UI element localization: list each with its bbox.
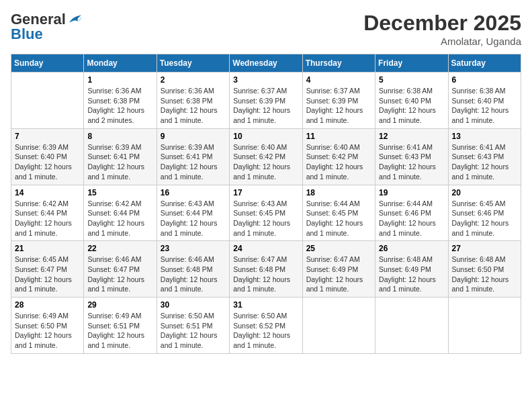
day-number: 23 [161, 244, 226, 253]
day-info: Sunrise: 6:45 AMSunset: 6:46 PMDaylight:… [452, 199, 509, 237]
calendar-cell: 5 Sunrise: 6:38 AMSunset: 6:40 PMDayligh… [375, 73, 448, 129]
day-number: 31 [233, 300, 298, 310]
calendar-cell: 21 Sunrise: 6:45 AMSunset: 6:47 PMDaylig… [11, 241, 84, 298]
weekday-header-sunday: Sunday [11, 54, 84, 73]
calendar-table: SundayMondayTuesdayWednesdayThursdayFrid… [11, 54, 521, 354]
calendar-cell: 19 Sunrise: 6:44 AMSunset: 6:46 PMDaylig… [375, 185, 448, 241]
day-info: Sunrise: 6:48 AMSunset: 6:50 PMDaylight:… [452, 255, 509, 293]
day-info: Sunrise: 6:46 AMSunset: 6:47 PMDaylight:… [87, 255, 144, 293]
day-number: 21 [15, 244, 80, 253]
day-number: 25 [306, 244, 371, 253]
day-number: 20 [452, 188, 517, 197]
day-number: 11 [306, 132, 371, 141]
bird-icon [67, 13, 83, 26]
calendar-cell: 15 Sunrise: 6:42 AMSunset: 6:44 PMDaylig… [84, 185, 157, 241]
day-info: Sunrise: 6:47 AMSunset: 6:49 PMDaylight:… [306, 255, 363, 293]
calendar-cell: 14 Sunrise: 6:42 AMSunset: 6:44 PMDaylig… [11, 185, 84, 241]
calendar-cell: 23 Sunrise: 6:46 AMSunset: 6:48 PMDaylig… [157, 241, 229, 298]
day-info: Sunrise: 6:44 AMSunset: 6:46 PMDaylight:… [379, 199, 436, 237]
day-info: Sunrise: 6:38 AMSunset: 6:40 PMDaylight:… [379, 87, 436, 124]
calendar-cell [448, 298, 521, 354]
calendar-cell: 12 Sunrise: 6:41 AMSunset: 6:43 PMDaylig… [375, 128, 448, 185]
day-number: 12 [379, 132, 444, 141]
calendar-cell: 27 Sunrise: 6:48 AMSunset: 6:50 PMDaylig… [448, 241, 521, 298]
weekday-header-monday: Monday [84, 54, 157, 73]
calendar-cell: 1 Sunrise: 6:36 AMSunset: 6:38 PMDayligh… [84, 73, 157, 129]
day-info: Sunrise: 6:49 AMSunset: 6:50 PMDaylight:… [15, 312, 72, 349]
day-info: Sunrise: 6:37 AMSunset: 6:39 PMDaylight:… [306, 87, 363, 124]
calendar-cell: 18 Sunrise: 6:44 AMSunset: 6:45 PMDaylig… [302, 185, 375, 241]
day-number: 2 [161, 75, 226, 85]
day-info: Sunrise: 6:47 AMSunset: 6:48 PMDaylight:… [233, 255, 290, 293]
logo: General Blue [11, 11, 83, 43]
calendar-cell: 25 Sunrise: 6:47 AMSunset: 6:49 PMDaylig… [302, 241, 375, 298]
calendar-cell: 11 Sunrise: 6:40 AMSunset: 6:42 PMDaylig… [302, 128, 375, 185]
weekday-header-tuesday: Tuesday [157, 54, 229, 73]
logo-blue: Blue [11, 26, 43, 42]
calendar-cell [11, 73, 84, 129]
calendar-cell: 31 Sunrise: 6:50 AMSunset: 6:52 PMDaylig… [230, 298, 302, 354]
day-info: Sunrise: 6:50 AMSunset: 6:52 PMDaylight:… [233, 312, 290, 349]
day-number: 28 [15, 300, 80, 310]
day-info: Sunrise: 6:39 AMSunset: 6:41 PMDaylight:… [87, 143, 144, 181]
day-info: Sunrise: 6:42 AMSunset: 6:44 PMDaylight:… [87, 199, 144, 237]
day-number: 18 [306, 188, 371, 197]
day-number: 13 [452, 132, 517, 141]
calendar-cell: 6 Sunrise: 6:38 AMSunset: 6:40 PMDayligh… [448, 73, 521, 129]
calendar-cell: 28 Sunrise: 6:49 AMSunset: 6:50 PMDaylig… [11, 298, 84, 354]
day-number: 19 [379, 188, 444, 197]
day-number: 15 [87, 188, 152, 197]
calendar-cell [302, 298, 375, 354]
day-info: Sunrise: 6:41 AMSunset: 6:43 PMDaylight:… [452, 143, 509, 181]
day-info: Sunrise: 6:42 AMSunset: 6:44 PMDaylight:… [15, 199, 72, 237]
day-info: Sunrise: 6:50 AMSunset: 6:51 PMDaylight:… [161, 312, 218, 349]
day-number: 5 [379, 75, 444, 85]
calendar-cell: 8 Sunrise: 6:39 AMSunset: 6:41 PMDayligh… [84, 128, 157, 185]
day-number: 24 [233, 244, 298, 253]
day-number: 7 [15, 132, 80, 141]
day-number: 6 [452, 75, 517, 85]
page-header: General Blue December 2025 Amolatar, Uga… [11, 11, 521, 47]
day-info: Sunrise: 6:40 AMSunset: 6:42 PMDaylight:… [233, 143, 290, 181]
day-info: Sunrise: 6:39 AMSunset: 6:41 PMDaylight:… [161, 143, 218, 181]
weekday-header-thursday: Thursday [302, 54, 375, 73]
day-info: Sunrise: 6:44 AMSunset: 6:45 PMDaylight:… [306, 199, 363, 237]
day-info: Sunrise: 6:49 AMSunset: 6:51 PMDaylight:… [87, 312, 144, 349]
weekday-header-friday: Friday [375, 54, 448, 73]
day-info: Sunrise: 6:40 AMSunset: 6:42 PMDaylight:… [306, 143, 363, 181]
day-info: Sunrise: 6:43 AMSunset: 6:45 PMDaylight:… [233, 199, 290, 237]
calendar-cell: 2 Sunrise: 6:36 AMSunset: 6:38 PMDayligh… [157, 73, 229, 129]
weekday-header-wednesday: Wednesday [230, 54, 302, 73]
day-number: 22 [87, 244, 152, 253]
day-number: 8 [87, 132, 152, 141]
location: Amolatar, Uganda [363, 36, 521, 47]
calendar-cell: 13 Sunrise: 6:41 AMSunset: 6:43 PMDaylig… [448, 128, 521, 185]
calendar-cell: 22 Sunrise: 6:46 AMSunset: 6:47 PMDaylig… [84, 241, 157, 298]
day-info: Sunrise: 6:46 AMSunset: 6:48 PMDaylight:… [161, 255, 218, 293]
day-number: 10 [233, 132, 298, 141]
day-number: 9 [161, 132, 226, 141]
day-number: 1 [87, 75, 152, 85]
month-title: December 2025 [363, 11, 521, 36]
day-info: Sunrise: 6:45 AMSunset: 6:47 PMDaylight:… [15, 255, 72, 293]
day-number: 17 [233, 188, 298, 197]
calendar-cell [375, 298, 448, 354]
calendar-cell: 9 Sunrise: 6:39 AMSunset: 6:41 PMDayligh… [157, 128, 229, 185]
day-number: 30 [161, 300, 226, 310]
calendar-cell: 10 Sunrise: 6:40 AMSunset: 6:42 PMDaylig… [230, 128, 302, 185]
day-number: 16 [161, 188, 226, 197]
calendar-cell: 3 Sunrise: 6:37 AMSunset: 6:39 PMDayligh… [230, 73, 302, 129]
calendar-cell: 29 Sunrise: 6:49 AMSunset: 6:51 PMDaylig… [84, 298, 157, 354]
calendar-cell: 30 Sunrise: 6:50 AMSunset: 6:51 PMDaylig… [157, 298, 229, 354]
day-info: Sunrise: 6:48 AMSunset: 6:49 PMDaylight:… [379, 255, 436, 293]
day-info: Sunrise: 6:36 AMSunset: 6:38 PMDaylight:… [161, 87, 218, 124]
calendar-cell: 20 Sunrise: 6:45 AMSunset: 6:46 PMDaylig… [448, 185, 521, 241]
calendar-cell: 7 Sunrise: 6:39 AMSunset: 6:40 PMDayligh… [11, 128, 84, 185]
calendar-cell: 17 Sunrise: 6:43 AMSunset: 6:45 PMDaylig… [230, 185, 302, 241]
day-info: Sunrise: 6:41 AMSunset: 6:43 PMDaylight:… [379, 143, 436, 181]
day-info: Sunrise: 6:37 AMSunset: 6:39 PMDaylight:… [233, 87, 290, 124]
calendar-cell: 16 Sunrise: 6:43 AMSunset: 6:44 PMDaylig… [157, 185, 229, 241]
weekday-header-saturday: Saturday [448, 54, 521, 73]
day-info: Sunrise: 6:38 AMSunset: 6:40 PMDaylight:… [452, 87, 509, 124]
day-number: 29 [87, 300, 152, 310]
